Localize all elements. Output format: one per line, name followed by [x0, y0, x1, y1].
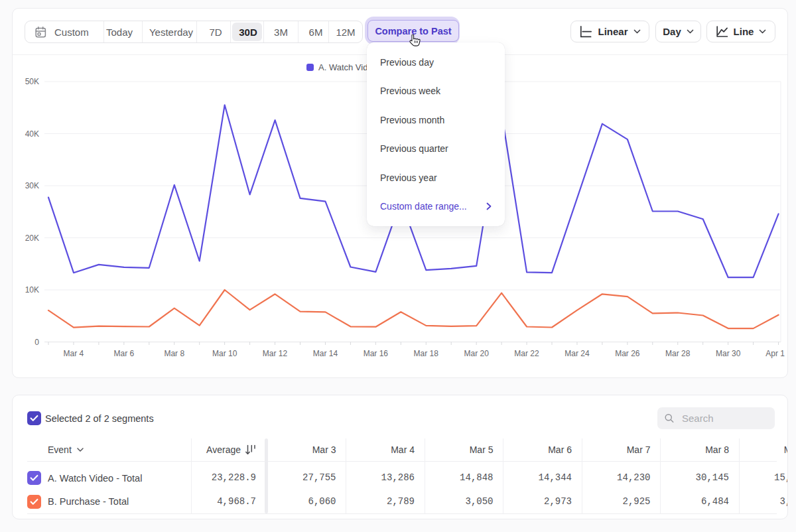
- x-axis-label: Mar 30: [716, 349, 741, 358]
- date-column-header[interactable]: Mar 8: [656, 443, 729, 456]
- date-range-label: Today: [106, 27, 133, 38]
- segment-name: A. Watch Video - Total: [48, 473, 142, 484]
- y-axis-label: 30K: [25, 181, 39, 190]
- series-line: [48, 290, 779, 328]
- segment-value: 14,230: [578, 472, 651, 483]
- segment-value: 15,540: [735, 472, 789, 483]
- y-axis-label: 40K: [25, 129, 39, 139]
- header-divider: [27, 461, 777, 462]
- segment-value: 30,145: [656, 472, 729, 483]
- segment-row-checkbox[interactable]: [27, 471, 41, 485]
- segment-value: 2,973: [499, 496, 572, 507]
- date-range-label: 3M: [274, 27, 288, 38]
- date-column-header[interactable]: Mar 7: [578, 443, 651, 456]
- chevron-right-icon: [486, 202, 492, 210]
- x-axis-label: Mar 6: [114, 349, 135, 358]
- menu-item-label: Previous month: [380, 115, 444, 125]
- average-column-header[interactable]: Average: [157, 443, 256, 456]
- calendar-icon: [34, 26, 47, 38]
- segment-value: 27,755: [263, 472, 336, 483]
- event-column-header[interactable]: Event: [48, 443, 84, 456]
- menu-item-label: Previous day: [380, 57, 434, 68]
- menu-item-label: Previous quarter: [380, 143, 448, 154]
- date-range-label: Yesterday: [149, 27, 193, 38]
- date-column-header[interactable]: Mar 4: [342, 443, 415, 456]
- menu-item-label: Custom date range...: [380, 201, 467, 212]
- check-icon: [30, 498, 38, 505]
- segment-name: B. Purchase - Total: [48, 496, 129, 507]
- segment-value: 6,060: [263, 496, 336, 507]
- segment-value: 2,925: [578, 496, 651, 507]
- x-axis-label: Mar 20: [464, 349, 489, 358]
- x-axis-label: Mar 22: [514, 349, 539, 358]
- x-axis-label: Mar 26: [615, 349, 640, 358]
- x-axis-label: Mar 8: [164, 349, 184, 358]
- date-column-header[interactable]: Mar 9: [735, 443, 789, 456]
- menu-item-previous-day[interactable]: Previous day: [367, 48, 505, 77]
- sort-descending-icon: [245, 444, 256, 456]
- date-range-label: 30D: [239, 27, 257, 38]
- segment-value: 3,050: [421, 496, 494, 507]
- segment-value: 14,344: [499, 472, 572, 483]
- segment-value: 6,484: [656, 496, 729, 507]
- compare-to-past-menu: Previous dayPrevious weekPrevious monthP…: [367, 42, 505, 226]
- mouse-cursor-pointer: [407, 34, 421, 47]
- x-axis-label: Apr 1: [765, 349, 785, 358]
- x-axis-label: Mar 14: [313, 349, 338, 358]
- menu-item-previous-week[interactable]: Previous week: [367, 77, 505, 106]
- x-axis-label: Mar 28: [665, 349, 691, 358]
- insights-dashboard: CustomTodayYesterday7D30D3M6M12M Linear …: [0, 0, 796, 532]
- date-range-label: 12M: [336, 27, 355, 38]
- y-axis-label: 10K: [25, 285, 39, 295]
- date-column-header[interactable]: Mar 6: [499, 443, 572, 456]
- segment-value: 2,789: [342, 496, 415, 507]
- menu-item-previous-year[interactable]: Previous year: [367, 163, 505, 192]
- y-axis-label: 50K: [25, 77, 39, 86]
- y-axis-label: 0: [34, 338, 39, 347]
- menu-item-label: Previous week: [380, 86, 440, 96]
- date-range-label: 6M: [309, 27, 323, 38]
- chevron-down-icon: [77, 448, 84, 452]
- menu-item-previous-month[interactable]: Previous month: [367, 105, 505, 135]
- segments-card: Selected 2 of 2 segments Event Average M…: [12, 395, 788, 519]
- x-axis-label: Mar 4: [64, 349, 84, 358]
- segments-table: Event Average Mar 3Mar 4Mar 5Mar 6Mar 7M…: [13, 395, 788, 519]
- check-icon: [30, 474, 38, 482]
- x-axis-label: Mar 24: [564, 349, 590, 358]
- y-axis-label: 20K: [25, 233, 39, 243]
- segment-value: 3,171: [735, 496, 789, 507]
- segment-value: 13,286: [342, 472, 415, 483]
- table-bottom-divider: [27, 513, 777, 514]
- segment-row-checkbox[interactable]: [27, 495, 41, 509]
- date-range-label: Custom: [54, 27, 89, 38]
- menu-item-previous-quarter[interactable]: Previous quarter: [367, 135, 505, 164]
- date-range-label: 7D: [209, 27, 222, 38]
- segment-average-value: 23,228.9: [157, 472, 256, 483]
- menu-item-custom-date-range[interactable]: Custom date range...: [367, 192, 505, 222]
- x-axis-label: Mar 12: [263, 349, 288, 358]
- menu-item-label: Previous year: [380, 172, 437, 183]
- segment-value: 14,848: [421, 472, 494, 483]
- x-axis-label: Mar 16: [364, 349, 389, 358]
- date-column-header[interactable]: Mar 5: [421, 443, 494, 456]
- date-column-header[interactable]: Mar 3: [263, 443, 336, 456]
- average-header-label: Average: [206, 444, 241, 455]
- event-header-label: Event: [48, 444, 72, 455]
- x-axis-label: Mar 10: [212, 349, 237, 358]
- segment-average-value: 4,968.7: [157, 496, 256, 507]
- x-axis-label: Mar 18: [414, 349, 439, 358]
